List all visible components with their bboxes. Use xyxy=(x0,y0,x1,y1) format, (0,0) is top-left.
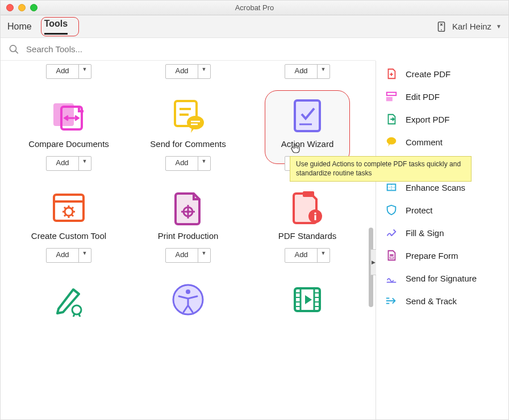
export-pdf-icon xyxy=(385,113,398,125)
search-bar[interactable] xyxy=(1,38,376,61)
svg-rect-31 xyxy=(303,191,314,197)
sidebar-label: Send & Track xyxy=(406,296,457,306)
svg-line-24 xyxy=(72,215,73,216)
tab-home[interactable]: Home xyxy=(7,22,32,32)
action-wizard-tooltip: Use guided Actions to complete PDF tasks… xyxy=(290,156,472,182)
search-icon xyxy=(9,44,19,55)
tool-pdf-standards[interactable]: PDF Standards Add▼ xyxy=(251,188,364,263)
svg-rect-34 xyxy=(315,215,316,220)
top-tabbar: Home Tools Karl Heinz ▼ xyxy=(1,15,508,38)
window-minimize-button[interactable] xyxy=(18,4,26,11)
svg-point-35 xyxy=(72,305,81,314)
sidebar-item-comment[interactable]: Comment xyxy=(385,136,499,148)
svg-point-18 xyxy=(65,208,73,216)
tool-item[interactable] xyxy=(131,280,245,323)
sidebar-item-edit-pdf[interactable]: Edit PDF xyxy=(385,90,499,103)
chevron-down-icon: ▼ xyxy=(79,157,91,170)
pdf-standards-icon xyxy=(290,190,324,225)
add-button[interactable]: Add▼ xyxy=(46,64,91,79)
tool-print-production[interactable]: Print Production Add▼ xyxy=(131,188,245,263)
svg-rect-51 xyxy=(387,98,392,101)
chevron-down-icon: ▼ xyxy=(198,65,210,78)
sidebar-label: Comment xyxy=(406,137,443,147)
tool-item: Add▼ xyxy=(131,61,245,79)
chevron-down-icon: ▼ xyxy=(198,157,210,170)
svg-point-30 xyxy=(187,211,190,213)
sidebar-item-send-track[interactable]: Send & Track xyxy=(385,295,499,307)
enhance-scans-icon xyxy=(385,181,398,194)
chevron-down-icon: ▼ xyxy=(79,65,91,78)
window-maximize-button[interactable] xyxy=(30,4,37,11)
prepare-form-icon xyxy=(385,249,398,262)
custom-tool-icon xyxy=(51,191,87,224)
tab-tools[interactable]: Tools xyxy=(44,19,68,35)
sidebar-label: Enhance Scans xyxy=(406,183,465,192)
add-button[interactable]: Add▼ xyxy=(46,248,91,263)
svg-point-11 xyxy=(187,116,204,129)
sidebar-item-fill-sign[interactable]: Fill & Sign xyxy=(385,226,499,239)
chevron-down-icon: ▼ xyxy=(496,23,502,30)
sidebar-label: Create PDF xyxy=(406,69,450,79)
shield-icon xyxy=(385,204,398,216)
tool-compare-documents[interactable]: Compare Documents Add▼ xyxy=(12,96,126,171)
tool-item[interactable] xyxy=(12,280,126,323)
svg-rect-57 xyxy=(390,254,393,256)
svg-point-37 xyxy=(186,289,190,294)
svg-line-26 xyxy=(64,215,66,216)
chevron-down-icon: ▼ xyxy=(318,65,329,78)
tool-item: Add▼ xyxy=(251,61,364,79)
sidebar-item-protect[interactable]: Protect xyxy=(385,204,499,216)
comment-icon xyxy=(385,136,398,148)
sidebar-label: Edit PDF xyxy=(406,92,440,102)
edit-pdf-icon xyxy=(385,90,398,103)
user-name: Karl Heinz xyxy=(452,22,491,31)
tool-item: Add▼ xyxy=(12,61,126,79)
panel-collapse-handle[interactable]: ▶ xyxy=(370,249,376,275)
tool-send-for-comments[interactable]: Send for Comments Add▼ xyxy=(131,96,245,171)
right-shortcuts-panel: ▶ Create PDF Edit PDF Export PDF Comment… xyxy=(376,61,508,420)
add-button[interactable]: Add▼ xyxy=(46,156,91,171)
add-button[interactable]: Add▼ xyxy=(285,248,329,263)
svg-line-5 xyxy=(15,51,18,53)
svg-point-4 xyxy=(10,45,16,51)
sidebar-label: Protect xyxy=(406,205,433,215)
tool-label: Compare Documents xyxy=(28,139,109,150)
add-button[interactable]: Add▼ xyxy=(285,64,329,79)
sidebar-item-export-pdf[interactable]: Export PDF xyxy=(385,113,499,125)
tool-label: PDF Standards xyxy=(278,231,337,242)
tool-label: Action Wizard xyxy=(281,139,334,150)
sidebar-item-enhance-scans[interactable]: Enhance Scans xyxy=(385,181,499,194)
compare-documents-icon xyxy=(49,99,89,133)
pointer-cursor-icon xyxy=(291,143,301,154)
sidebar-label: Fill & Sign xyxy=(406,228,444,238)
svg-rect-58 xyxy=(390,257,393,259)
user-menu[interactable]: Karl Heinz ▼ xyxy=(435,20,502,33)
add-button[interactable]: Add▼ xyxy=(165,64,210,79)
svg-line-25 xyxy=(72,207,73,209)
window-title: Acrobat Pro xyxy=(235,3,274,12)
search-input[interactable] xyxy=(25,44,368,54)
send-comments-icon xyxy=(168,98,208,134)
add-button[interactable]: Add▼ xyxy=(165,156,210,171)
sidebar-item-create-pdf[interactable]: Create PDF xyxy=(385,68,499,80)
svg-point-33 xyxy=(314,212,316,215)
sidebar-item-prepare-form[interactable]: Prepare Form xyxy=(385,249,499,262)
print-production-icon xyxy=(173,190,203,225)
sidebar-item-send-signature[interactable]: Send for Signature xyxy=(385,272,499,284)
sidebar-label: Prepare Form xyxy=(406,251,458,261)
accessibility-icon xyxy=(171,283,205,317)
svg-marker-49 xyxy=(305,295,312,304)
sidebar-label: Send for Signature xyxy=(406,274,477,283)
fill-sign-icon xyxy=(385,226,398,239)
window-titlebar: Acrobat Pro xyxy=(1,1,508,15)
svg-rect-50 xyxy=(387,93,397,96)
chevron-down-icon: ▼ xyxy=(198,249,210,262)
rich-media-icon xyxy=(291,284,323,316)
tool-item[interactable] xyxy=(251,280,364,323)
send-track-icon xyxy=(385,295,398,307)
add-button[interactable]: Add▼ xyxy=(165,248,210,263)
window-close-button[interactable] xyxy=(6,4,14,11)
chevron-down-icon: ▼ xyxy=(318,249,329,262)
tool-create-custom-tool[interactable]: Create Custom Tool Add▼ xyxy=(12,188,126,263)
tool-label: Send for Comments xyxy=(150,139,226,150)
